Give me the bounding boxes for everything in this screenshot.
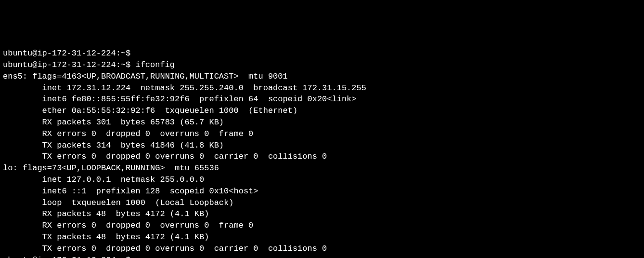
output-line: inet 127.0.0.1 netmask 255.0.0.0	[3, 174, 641, 186]
output-line: RX errors 0 dropped 0 overruns 0 frame 0	[3, 128, 641, 140]
output-line: lo: flags=73<UP,LOOPBACK,RUNNING> mtu 65…	[3, 163, 641, 174]
shell-prompt: ubuntu@ip-172-31-12-224:~$	[3, 60, 135, 69]
terminal-line: ubuntu@ip-172-31-12-224:~$ ifconfig	[3, 59, 641, 71]
shell-prompt: ubuntu@ip-172-31-12-224:~$	[3, 256, 135, 258]
output-line: TX packets 48 bytes 4172 (4.1 KB)	[3, 231, 641, 243]
shell-command: ifconfig	[135, 60, 175, 69]
terminal-line: ubuntu@ip-172-31-12-224:~$	[3, 255, 641, 258]
output-line: inet6 fe80::855:55ff:fe32:92f6 prefixlen…	[3, 94, 641, 105]
output-line: ens5: flags=4163<UP,BROADCAST,RUNNING,MU…	[3, 71, 641, 82]
output-line: inet6 ::1 prefixlen 128 scopeid 0x10<hos…	[3, 186, 641, 197]
output-line: RX packets 48 bytes 4172 (4.1 KB)	[3, 208, 641, 220]
terminal[interactable]: ubuntu@ip-172-31-12-224:~$ ubuntu@ip-172…	[3, 48, 641, 258]
output-line: TX errors 0 dropped 0 overruns 0 carrier…	[3, 151, 641, 163]
output-line: TX errors 0 dropped 0 overruns 0 carrier…	[3, 243, 641, 255]
output-line: RX errors 0 dropped 0 overruns 0 frame 0	[3, 220, 641, 231]
output-line: inet 172.31.12.224 netmask 255.255.240.0…	[3, 82, 641, 94]
output-line: ether 0a:55:55:32:92:f6 txqueuelen 1000 …	[3, 105, 641, 117]
output-line: TX packets 314 bytes 41846 (41.8 KB)	[3, 140, 641, 151]
terminal-line: ubuntu@ip-172-31-12-224:~$	[3, 48, 641, 59]
output-line: RX packets 301 bytes 65783 (65.7 KB)	[3, 117, 641, 128]
shell-prompt: ubuntu@ip-172-31-12-224:~$	[3, 49, 135, 58]
output-line: loop txqueuelen 1000 (Local Loopback)	[3, 197, 641, 209]
